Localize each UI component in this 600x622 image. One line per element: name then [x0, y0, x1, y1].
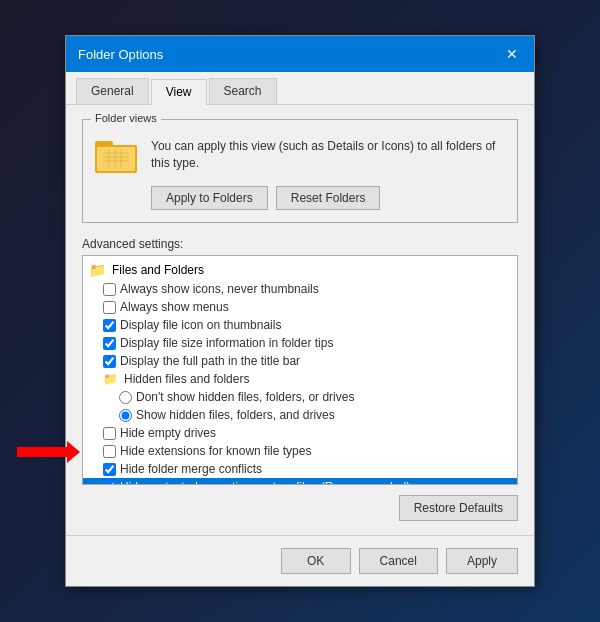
apply-button[interactable]: Apply [446, 548, 518, 574]
folder-views-inner: You can apply this view (such as Details… [95, 134, 505, 176]
checkbox-6[interactable] [103, 427, 116, 440]
checkbox-1[interactable] [103, 283, 116, 296]
root-label: Files and Folders [112, 263, 204, 277]
folder-icon [95, 134, 137, 176]
folder-options-window: Folder Options ✕ General View Search Fol… [65, 35, 535, 587]
tab-general[interactable]: General [76, 78, 149, 104]
close-button[interactable]: ✕ [502, 44, 522, 64]
checkbox-3[interactable] [103, 319, 116, 332]
settings-item-8: Hide folder merge conflicts [83, 460, 517, 478]
settings-item-5: Display the full path in the title bar [83, 352, 517, 370]
tab-search[interactable]: Search [209, 78, 277, 104]
settings-item-9-highlighted[interactable]: Hide protected operating system files (R… [83, 478, 517, 484]
settings-subfolder: 📁 Hidden files and folders [83, 370, 517, 388]
ok-button[interactable]: OK [281, 548, 351, 574]
settings-item-7: Hide extensions for known file types [83, 442, 517, 460]
checkbox-7[interactable] [103, 445, 116, 458]
settings-list[interactable]: 📁 Files and Folders Always show icons, n… [83, 256, 517, 484]
folder-views-group: Folder views [82, 119, 518, 223]
tab-view[interactable]: View [151, 79, 207, 105]
settings-item-4: Display file size information in folder … [83, 334, 517, 352]
settings-item-root: 📁 Files and Folders [83, 260, 517, 280]
settings-radio-2: Show hidden files, folders, and drives [83, 406, 517, 424]
checkbox-8[interactable] [103, 463, 116, 476]
folder-views-buttons: Apply to Folders Reset Folders [151, 186, 505, 210]
red-arrow [12, 437, 82, 467]
folder-icon-small: 📁 [89, 262, 106, 278]
checkbox-2[interactable] [103, 301, 116, 314]
settings-item-6: Hide empty drives [83, 424, 517, 442]
settings-item-3: Display file icon on thumbnails [83, 316, 517, 334]
radio-2[interactable] [119, 409, 132, 422]
settings-item-2: Always show menus [83, 298, 517, 316]
settings-box: 📁 Files and Folders Always show icons, n… [82, 255, 518, 485]
advanced-label: Advanced settings: [82, 237, 518, 251]
restore-defaults-button[interactable]: Restore Defaults [399, 495, 518, 521]
folder-views-description: You can apply this view (such as Details… [151, 138, 505, 172]
settings-radio-1: Don't show hidden files, folders, or dri… [83, 388, 517, 406]
checkbox-4[interactable] [103, 337, 116, 350]
bottom-buttons: Restore Defaults [82, 485, 518, 521]
settings-wrapper: 📁 Files and Folders Always show icons, n… [82, 255, 518, 485]
folder-views-label: Folder views [91, 112, 161, 124]
svg-rect-2 [95, 141, 113, 147]
cancel-button[interactable]: Cancel [359, 548, 438, 574]
footer-buttons: OK Cancel Apply [66, 535, 534, 586]
apply-to-folders-button[interactable]: Apply to Folders [151, 186, 268, 210]
settings-item-1: Always show icons, never thumbnails [83, 280, 517, 298]
content-area: Folder views [66, 105, 534, 535]
window-title: Folder Options [78, 47, 163, 62]
radio-1[interactable] [119, 391, 132, 404]
checkbox-9[interactable] [103, 481, 116, 485]
reset-folders-button[interactable]: Reset Folders [276, 186, 381, 210]
tab-bar: General View Search [66, 72, 534, 105]
checkbox-5[interactable] [103, 355, 116, 368]
svg-rect-3 [97, 147, 135, 171]
sub-folder-icon: 📁 [103, 372, 118, 386]
title-bar: Folder Options ✕ [66, 36, 534, 72]
